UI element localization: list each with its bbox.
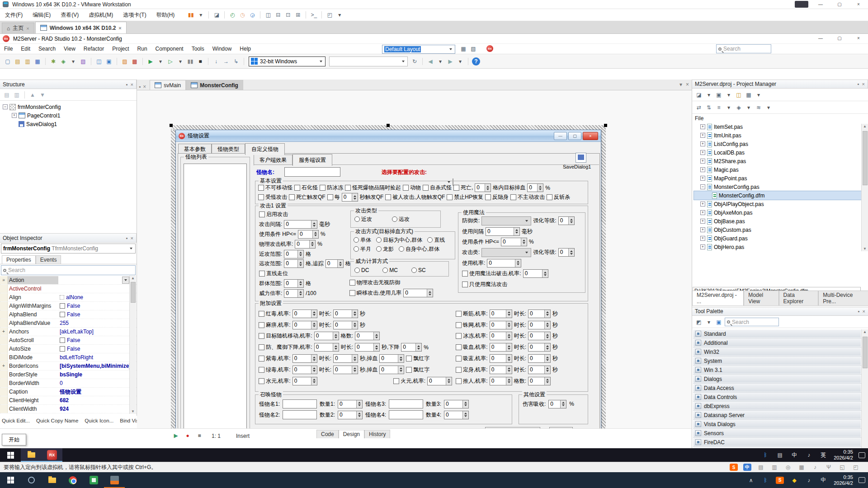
spin-up-icon[interactable] — [515, 229, 518, 231]
property-value[interactable]: 0 — [58, 379, 137, 387]
spin-up-icon[interactable] — [546, 357, 549, 358]
tp-scrollbar[interactable]: ▲ ▼ — [861, 329, 868, 461]
spin-buttons[interactable] — [352, 366, 358, 374]
spin-down-icon[interactable] — [546, 337, 549, 338]
spin-edit[interactable]: 0 — [487, 259, 521, 267]
checkbox-box[interactable] — [406, 367, 412, 373]
action-center-icon[interactable] — [859, 452, 865, 458]
checkbox-box[interactable] — [447, 194, 453, 200]
host-ide-button[interactable] — [83, 472, 104, 488]
checkbox-field[interactable]: 石化怪 — [294, 184, 318, 192]
spin-buttons[interactable] — [373, 332, 379, 340]
build-group-icon[interactable]: ◈ — [735, 103, 743, 112]
spin-edit[interactable]: 0 — [490, 366, 512, 374]
spin-edit[interactable]: 0 — [401, 343, 422, 352]
monster-config-form[interactable]: RX 怪物设置 — ▢ × 基本参数怪物类型自定义怪物 怪物列表 — [175, 130, 601, 450]
radio-circle[interactable] — [382, 267, 388, 273]
pin-icon[interactable]: ▪ — [126, 235, 128, 241]
add-dropdown-icon[interactable]: ▾ — [725, 91, 733, 99]
spin-buttons[interactable] — [506, 343, 512, 351]
bluetooth-icon[interactable]: ᛒ — [761, 451, 769, 459]
spin-up-icon[interactable] — [448, 379, 450, 380]
spin-buttons[interactable] — [297, 290, 303, 297]
spin-down-icon[interactable] — [313, 370, 316, 372]
spin-down-icon[interactable] — [299, 264, 302, 266]
spin-buttons[interactable] — [373, 343, 379, 351]
resize-handle[interactable] — [387, 124, 390, 127]
spin-edit[interactable]: 0 — [292, 354, 317, 363]
spin-buttons[interactable] — [446, 377, 452, 385]
vmware-menu-4[interactable]: 选项卡(T) — [118, 9, 151, 21]
radio-field[interactable]: 自身中心,群体 — [399, 245, 439, 253]
radio-circle[interactable] — [392, 216, 397, 222]
spin-down-icon[interactable] — [562, 404, 565, 406]
spin-down-icon[interactable] — [375, 348, 378, 350]
network-icon[interactable]: ▦ — [797, 463, 806, 471]
snapshot-revert-icon[interactable]: ◷ — [238, 11, 246, 19]
scrollbar-thumb[interactable] — [131, 282, 136, 303]
spin-down-icon[interactable] — [508, 370, 510, 372]
spin-buttons[interactable] — [462, 400, 468, 408]
spin-down-icon[interactable] — [570, 253, 573, 255]
checkbox-box[interactable] — [345, 185, 351, 191]
checkbox-field[interactable]: 受怪攻击 — [258, 193, 287, 201]
edit-field[interactable] — [283, 410, 317, 419]
structure-node-SaveDialog1[interactable]: SaveDialog1 — [1, 120, 136, 128]
property-value[interactable]: alNone — [58, 293, 137, 301]
pm-scrollbar[interactable]: ▲ ▼ — [861, 124, 868, 251]
radio-field[interactable]: MC — [382, 267, 398, 273]
spin-down-icon[interactable] — [400, 359, 402, 361]
sogou-icon[interactable]: S — [776, 477, 784, 484]
spin-edit[interactable]: 0 — [355, 343, 380, 352]
spin-up-icon[interactable] — [546, 379, 549, 380]
spin-buttons[interactable] — [309, 240, 315, 248]
checkbox-field[interactable]: 飘红字 — [406, 366, 429, 374]
run-dropdown-icon[interactable]: ▾ — [156, 57, 165, 66]
new-icon[interactable]: ▢ — [4, 57, 12, 66]
quick-action-1[interactable]: Quick Copy Name — [36, 418, 78, 423]
spin-up-icon[interactable] — [523, 239, 525, 241]
checkbox-field[interactable]: 反斩杀 — [547, 193, 570, 201]
pin-icon[interactable]: ▪ — [139, 84, 141, 90]
checkbox-box[interactable] — [453, 185, 459, 191]
spin-up-icon[interactable] — [313, 357, 316, 358]
spin-edit[interactable]: 0 — [355, 332, 380, 340]
spin-up-icon[interactable] — [546, 367, 549, 369]
checkbox-box[interactable] — [294, 185, 300, 191]
run-params-dropdown-icon[interactable]: ▾ — [176, 57, 184, 66]
spin-edit[interactable]: 0 — [284, 279, 304, 288]
spin-buttons[interactable] — [337, 260, 343, 267]
checkbox-box[interactable] — [456, 311, 462, 317]
pm-file-MonsterConfig.pas[interactable]: −MonsterConfig.pas — [694, 183, 868, 191]
spin-down-icon[interactable] — [375, 337, 378, 338]
close-icon[interactable]: × — [849, 34, 868, 42]
bluetooth-icon[interactable]: ᛒ — [761, 476, 769, 484]
vm-clock[interactable]: 0:35 2026/4/2 — [834, 449, 853, 461]
spin-down-icon[interactable] — [546, 370, 549, 372]
host-search-button[interactable] — [21, 472, 42, 488]
spin-up-icon[interactable] — [546, 323, 549, 324]
checkbox-box[interactable] — [60, 312, 65, 317]
thumbnail-bar-icon[interactable]: ⊟ — [274, 11, 282, 19]
combo-arrow-icon[interactable] — [318, 58, 324, 65]
spin-buttons[interactable] — [568, 217, 574, 225]
lang-en-icon[interactable]: 英 — [819, 451, 827, 459]
suspend-icon[interactable]: ▮▮ — [187, 11, 195, 19]
checkbox-field[interactable]: 紫毒,机率: — [259, 355, 291, 362]
spin-buttons[interactable] — [297, 260, 303, 267]
structure-node-frmMonsterConfig[interactable]: −frmMonsterConfig — [1, 103, 136, 111]
spin-up-icon[interactable] — [429, 291, 431, 293]
property-value[interactable]: 924 — [58, 405, 137, 413]
spin-edit[interactable]: 0 — [292, 377, 317, 385]
expand-icon[interactable]: + — [700, 227, 705, 232]
expand-icon[interactable]: + — [700, 133, 705, 138]
spin-down-icon[interactable] — [508, 337, 510, 338]
project-options-icon[interactable]: ▧ — [79, 57, 87, 66]
tp-category-Data Access[interactable]: Data Access — [693, 384, 861, 392]
quick-action-0[interactable]: Quick Edit... — [2, 418, 30, 423]
checkbox-box[interactable] — [456, 344, 462, 350]
scroll-up-icon[interactable]: ▲ — [863, 124, 867, 128]
checkbox-field[interactable]: 定身,机率: — [456, 366, 488, 374]
ide-menu-6[interactable]: Run — [133, 44, 151, 54]
checkbox-field[interactable]: 被人攻击,人物触发QF — [385, 193, 445, 201]
